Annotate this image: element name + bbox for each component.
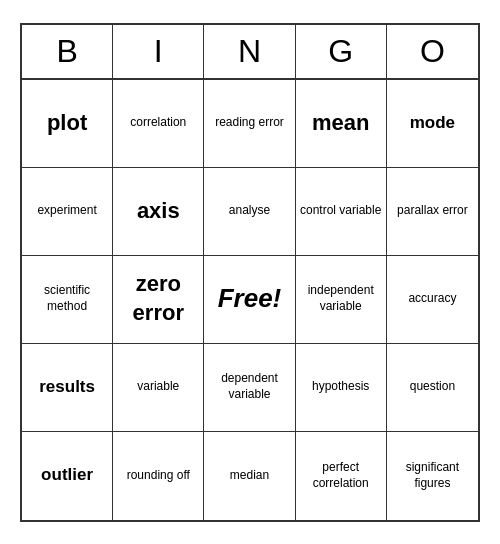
- cell-label: perfect correlation: [300, 460, 382, 491]
- bingo-cell[interactable]: parallax error: [387, 168, 478, 256]
- cell-label: mean: [312, 109, 369, 138]
- cell-label: correlation: [130, 115, 186, 131]
- cell-label: question: [410, 379, 455, 395]
- bingo-cell[interactable]: independent variable: [296, 256, 387, 344]
- header-letter: O: [387, 25, 478, 78]
- header-letter: N: [204, 25, 295, 78]
- bingo-cell[interactable]: zero error: [113, 256, 204, 344]
- bingo-cell[interactable]: Free!: [204, 256, 295, 344]
- cell-label: rounding off: [127, 468, 190, 484]
- bingo-cell[interactable]: mean: [296, 80, 387, 168]
- cell-label: hypothesis: [312, 379, 369, 395]
- cell-label: plot: [47, 109, 87, 138]
- cell-label: control variable: [300, 203, 381, 219]
- header-letter: I: [113, 25, 204, 78]
- bingo-cell[interactable]: control variable: [296, 168, 387, 256]
- bingo-cell[interactable]: median: [204, 432, 295, 520]
- cell-label: results: [39, 376, 95, 398]
- cell-label: scientific method: [26, 283, 108, 314]
- cell-label: experiment: [37, 203, 96, 219]
- bingo-cell[interactable]: analyse: [204, 168, 295, 256]
- cell-label: outlier: [41, 464, 93, 486]
- bingo-cell[interactable]: perfect correlation: [296, 432, 387, 520]
- bingo-cell[interactable]: significant figures: [387, 432, 478, 520]
- cell-label: median: [230, 468, 269, 484]
- cell-label: Free!: [218, 282, 282, 316]
- bingo-cell[interactable]: rounding off: [113, 432, 204, 520]
- cell-label: analyse: [229, 203, 270, 219]
- bingo-cell[interactable]: outlier: [22, 432, 113, 520]
- bingo-cell[interactable]: mode: [387, 80, 478, 168]
- bingo-cell[interactable]: scientific method: [22, 256, 113, 344]
- cell-label: variable: [137, 379, 179, 395]
- bingo-cell[interactable]: axis: [113, 168, 204, 256]
- cell-label: independent variable: [300, 283, 382, 314]
- bingo-cell[interactable]: reading error: [204, 80, 295, 168]
- cell-label: zero error: [117, 270, 199, 327]
- header-letter: B: [22, 25, 113, 78]
- cell-label: parallax error: [397, 203, 468, 219]
- cell-label: axis: [137, 197, 180, 226]
- bingo-cell[interactable]: experiment: [22, 168, 113, 256]
- header-letter: G: [296, 25, 387, 78]
- bingo-cell[interactable]: results: [22, 344, 113, 432]
- bingo-header: BINGO: [22, 25, 478, 80]
- bingo-card: BINGO plotcorrelationreading errormeanmo…: [20, 23, 480, 522]
- bingo-grid: plotcorrelationreading errormeanmodeexpe…: [22, 80, 478, 520]
- bingo-cell[interactable]: hypothesis: [296, 344, 387, 432]
- cell-label: significant figures: [391, 460, 474, 491]
- bingo-cell[interactable]: plot: [22, 80, 113, 168]
- cell-label: mode: [410, 112, 455, 134]
- bingo-cell[interactable]: question: [387, 344, 478, 432]
- bingo-cell[interactable]: dependent variable: [204, 344, 295, 432]
- cell-label: accuracy: [408, 291, 456, 307]
- bingo-cell[interactable]: correlation: [113, 80, 204, 168]
- cell-label: reading error: [215, 115, 284, 131]
- bingo-cell[interactable]: variable: [113, 344, 204, 432]
- bingo-cell[interactable]: accuracy: [387, 256, 478, 344]
- cell-label: dependent variable: [208, 371, 290, 402]
